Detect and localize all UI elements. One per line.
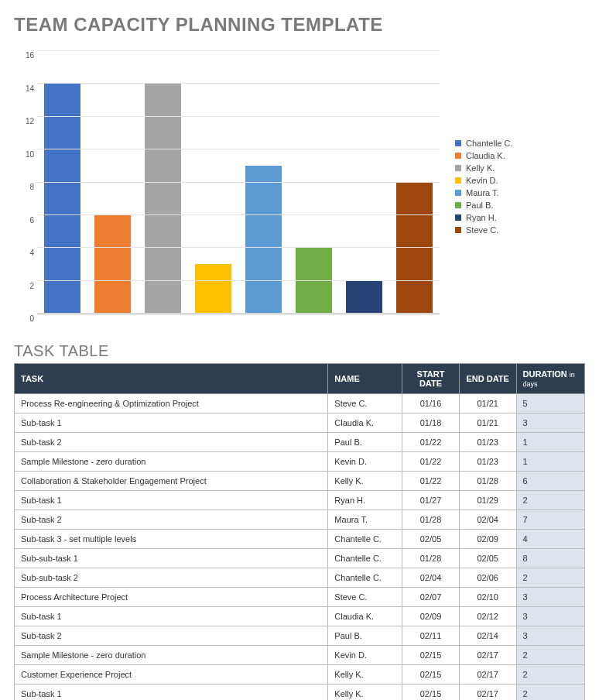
bar	[44, 84, 80, 314]
chart-container: 0246810121416 Chantelle C.Claudia K.Kell…	[14, 43, 585, 330]
table-cell: 01/21	[459, 394, 516, 413]
col-duration-label: DURATION	[523, 369, 567, 379]
chart-plot: 0246810121416	[37, 51, 440, 314]
table-cell: 01/22	[402, 433, 460, 452]
legend-item: Steve C.	[455, 225, 513, 235]
table-cell: Chantelle C.	[328, 568, 402, 588]
bar-slot	[188, 51, 238, 314]
table-row: Process Re-engineering & Optimization Pr…	[15, 394, 585, 413]
table-cell: 3	[516, 626, 584, 646]
table-cell: Claudia K.	[328, 413, 402, 433]
table-cell: 01/27	[402, 491, 460, 510]
legend-label: Claudia K.	[466, 151, 505, 160]
table-cell: Sub-task 2	[15, 510, 328, 530]
table-cell: 2	[516, 665, 584, 685]
table-cell: 01/23	[459, 433, 516, 452]
table-cell: Sub-task 3 - set multiple levels	[15, 530, 328, 549]
table-cell: 02/11	[402, 626, 460, 646]
legend-label: Kevin D.	[466, 176, 498, 185]
table-cell: 02/17	[459, 685, 516, 701]
table-cell: 01/28	[402, 549, 460, 568]
table-cell: 1	[516, 433, 584, 452]
table-cell: 02/10	[459, 588, 516, 607]
table-cell: Claudia K.	[328, 607, 402, 626]
table-header-row: TASK NAME START DATE END DATE DURATION i…	[15, 364, 585, 394]
table-cell: Sub-task 1	[15, 413, 328, 433]
legend-label: Ryan H.	[466, 213, 497, 222]
bar-slot	[87, 51, 138, 314]
table-cell: Sample Milestone - zero duration	[15, 646, 328, 665]
col-duration: DURATION in days	[516, 364, 584, 394]
table-cell: 02/06	[459, 568, 516, 588]
legend-swatch	[455, 165, 461, 171]
table-cell: Sub-task 2	[15, 626, 328, 646]
table-row: Sample Milestone - zero durationKevin D.…	[15, 646, 585, 665]
table-cell: Chantelle C.	[328, 549, 402, 568]
table-cell: 01/16	[402, 394, 460, 413]
bar-slot	[238, 51, 289, 314]
table-row: Sub-task 2Maura T.01/2802/047	[15, 510, 585, 530]
table-cell: Steve C.	[328, 588, 402, 607]
gridline	[37, 182, 440, 183]
table-row: Sample Milestone - zero durationKevin D.…	[15, 452, 585, 472]
table-row: Sub-task 1Claudia K.02/0902/123	[15, 607, 585, 626]
table-cell: 3	[516, 588, 584, 607]
gridline	[37, 247, 440, 248]
table-cell: Kevin D.	[328, 452, 402, 472]
table-cell: 3	[516, 607, 584, 626]
chart-area: 0246810121416	[14, 43, 447, 330]
table-cell: Paul B.	[328, 433, 402, 452]
table-cell: 02/04	[459, 510, 516, 530]
table-cell: Paul B.	[328, 626, 402, 646]
table-cell: 01/22	[402, 472, 460, 491]
table-cell: 01/18	[402, 413, 460, 433]
table-row: Sub-sub-task 1Chantelle C.01/2802/058	[15, 549, 585, 568]
table-cell: Ryan H.	[328, 491, 402, 510]
legend-label: Chantelle C.	[466, 139, 513, 148]
bar	[245, 166, 282, 314]
gridline	[37, 50, 440, 51]
table-row: Process Architecture ProjectSteve C.02/0…	[15, 588, 585, 607]
bar-slot	[289, 51, 339, 314]
legend-swatch	[455, 153, 461, 159]
legend-swatch	[455, 214, 461, 221]
table-cell: Sub-task 2	[15, 433, 328, 452]
table-cell: 02/15	[402, 665, 460, 685]
table-cell: Sub-sub-task 2	[15, 568, 328, 588]
table-cell: Kelly K.	[328, 472, 402, 491]
gridline	[37, 116, 440, 117]
table-cell: Kelly K.	[328, 665, 402, 685]
table-cell: 5	[516, 394, 584, 413]
table-cell: Sub-task 1	[15, 685, 328, 701]
bar-slot	[339, 51, 389, 314]
table-cell: 01/23	[459, 452, 516, 472]
table-title: TASK TABLE	[14, 342, 585, 360]
bar	[94, 215, 131, 314]
page-title: TEAM CAPACITY PLANNING TEMPLATE	[14, 14, 585, 36]
table-cell: 02/04	[402, 568, 460, 588]
table-cell: Collaboration & Stakeholder Engagement P…	[15, 472, 328, 491]
table-cell: 3	[516, 413, 584, 433]
table-cell: Sub-task 1	[15, 607, 328, 626]
table-cell: 01/21	[459, 413, 516, 433]
bar-slot	[138, 51, 188, 314]
table-cell: Kevin D.	[328, 646, 402, 665]
col-start: START DATE	[402, 364, 460, 394]
table-row: Collaboration & Stakeholder Engagement P…	[15, 472, 585, 491]
table-cell: 02/05	[459, 549, 516, 568]
table-cell: Sub-sub-task 1	[15, 549, 328, 568]
table-row: Sub-task 1Kelly K.02/1502/172	[15, 685, 585, 701]
table-cell: 7	[516, 510, 584, 530]
gridline	[37, 214, 440, 215]
table-cell: Maura T.	[328, 510, 402, 530]
legend-item: Kelly K.	[455, 163, 513, 173]
table-cell: 02/07	[402, 588, 460, 607]
legend-label: Steve C.	[466, 225, 498, 235]
table-cell: 01/28	[459, 472, 516, 491]
table-cell: 02/09	[402, 607, 460, 626]
chart-bars	[37, 51, 440, 314]
bar	[195, 264, 231, 314]
table-body: Process Re-engineering & Optimization Pr…	[15, 394, 585, 701]
table-cell: Sample Milestone - zero duration	[15, 452, 328, 472]
bar	[296, 248, 332, 314]
